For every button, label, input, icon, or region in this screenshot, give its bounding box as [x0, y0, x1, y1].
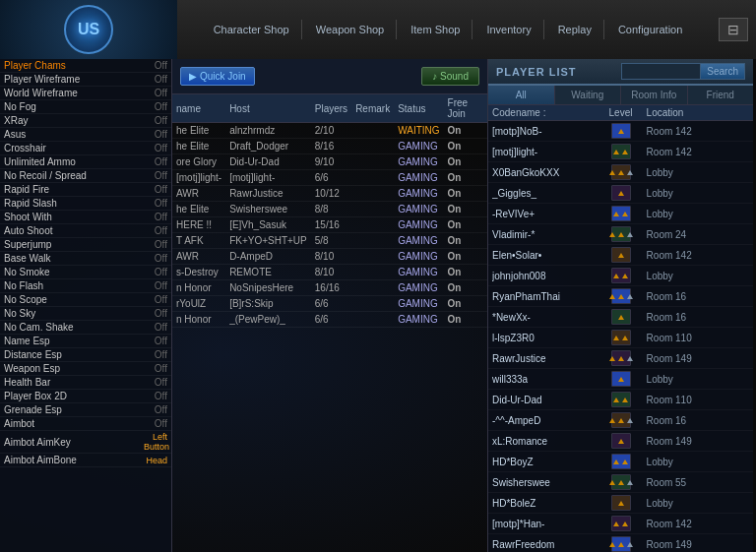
- hack-weapon-esp[interactable]: Weapon Esp Off: [0, 362, 171, 376]
- quick-join-button[interactable]: ▶ Quick Join: [180, 67, 255, 86]
- hack-status: Off: [144, 101, 167, 112]
- hack-no-fog[interactable]: No Fog Off: [0, 100, 171, 114]
- sound-button[interactable]: ♪ Sound: [421, 67, 479, 86]
- hack-no-cam-shake[interactable]: No Cam. Shake Off: [0, 321, 171, 335]
- tab-all[interactable]: All: [488, 86, 555, 104]
- list-item[interactable]: -ReVIVe+ Lobby: [488, 204, 753, 224]
- hack-label: No Sky: [4, 308, 144, 319]
- list-item[interactable]: RawrJustice Room 149: [488, 348, 753, 369]
- player-level: [595, 350, 646, 366]
- hack-shoot-with[interactable]: Shoot With Off: [0, 211, 171, 224]
- table-row[interactable]: AWR RawrJustice 10/12 GAMING On: [172, 186, 487, 202]
- hack-label: Shoot With: [4, 212, 144, 222]
- player-list-scroll[interactable]: [motp]NoB- Room 142 [motj]light- Room 14…: [488, 121, 753, 552]
- col-remark: Remark: [351, 94, 394, 123]
- hack-no-flash[interactable]: No Flash Off: [0, 279, 171, 293]
- hack-label: No Cam. Shake: [4, 322, 144, 333]
- hack-no-smoke[interactable]: No Smoke Off: [0, 266, 171, 279]
- list-item[interactable]: _Giggles_ Lobby: [488, 183, 753, 204]
- table-row[interactable]: AWR D-AmpeD 8/10 GAMING On: [172, 249, 487, 265]
- logo: US: [64, 5, 113, 54]
- hack-xray[interactable]: XRay Off: [0, 114, 171, 128]
- hack-aimbot-aimkey[interactable]: Aimbot AimKey Left Button: [0, 431, 171, 454]
- nav-configuration[interactable]: Configuration: [606, 20, 694, 39]
- list-item[interactable]: xL:Romance Room 149: [488, 431, 753, 452]
- list-item[interactable]: Swisherswee Room 55: [488, 472, 753, 493]
- list-item[interactable]: [motp]NoB- Room 142: [488, 121, 753, 142]
- hack-no-scope[interactable]: No Scope Off: [0, 293, 171, 307]
- list-item[interactable]: *NewXx- Room 16: [488, 307, 753, 328]
- hack-health-bar[interactable]: Health Bar Off: [0, 376, 171, 390]
- hack-grenade-esp[interactable]: Grenade Esp Off: [0, 403, 171, 417]
- hack-base-walk[interactable]: Base Walk Off: [0, 252, 171, 266]
- search-box: Search: [621, 63, 745, 80]
- room-free-join: On: [444, 217, 487, 233]
- hack-player-wireframe[interactable]: Player Wireframe Off: [0, 73, 171, 87]
- hack-no-recoil[interactable]: No Recoil / Spread Off: [0, 169, 171, 183]
- tab-friend[interactable]: Friend: [688, 86, 754, 104]
- list-item[interactable]: Elen•Solar• Room 142: [488, 245, 753, 266]
- nav-character-shop[interactable]: Character Shop: [202, 20, 302, 39]
- table-row[interactable]: rYoUlZ [B]rS:Skip 6/6 GAMING On: [172, 296, 487, 312]
- hack-crosshair[interactable]: Crosshair Off: [0, 142, 171, 155]
- hack-rapid-fire[interactable]: Rapid Fire Off: [0, 183, 171, 197]
- nav-weapon-shop[interactable]: Weapon Shop: [304, 20, 398, 39]
- list-item[interactable]: [motp]*Han- Room 142: [488, 514, 753, 534]
- hack-superjump[interactable]: Superjump Off: [0, 238, 171, 252]
- search-input[interactable]: [621, 63, 700, 80]
- player-codename: Did-Ur-Dad: [492, 395, 595, 405]
- list-item[interactable]: Vladimir-* Room 24: [488, 224, 753, 245]
- hack-player-chams[interactable]: Player Chams Off: [0, 59, 171, 73]
- tab-waiting[interactable]: Waiting: [555, 86, 622, 104]
- main-area: Player Chams Off Player Wireframe Off Wo…: [0, 59, 756, 552]
- hack-aimbot[interactable]: Aimbot Off: [0, 417, 171, 431]
- room-list-scroll[interactable]: name Host Players Remark Status Free Joi…: [172, 94, 487, 552]
- nav-inventory[interactable]: Inventory: [474, 20, 543, 39]
- table-row[interactable]: T AFK FK+YO+SHT+UP 5/8 GAMING On: [172, 233, 487, 249]
- tab-room-info[interactable]: Room Info: [621, 86, 688, 104]
- table-row[interactable]: n Honor _(PewPew)_ 6/6 GAMING On: [172, 312, 487, 328]
- hack-label: Health Bar: [4, 377, 144, 388]
- hack-rapid-slash[interactable]: Rapid Slash Off: [0, 197, 171, 211]
- table-row[interactable]: ore Glory Did-Ur-Dad 9/10 GAMING On: [172, 154, 487, 170]
- nav-replay[interactable]: Replay: [546, 20, 604, 39]
- nav-item-shop[interactable]: Item Shop: [399, 20, 472, 39]
- list-item[interactable]: -^^-AmpeD Room 16: [488, 410, 753, 431]
- player-level: [595, 371, 646, 387]
- table-row[interactable]: HERE !! [E]Vh_Sasuk 15/16 GAMING On: [172, 217, 487, 233]
- list-item[interactable]: [motj]light- Room 142: [488, 142, 753, 162]
- hack-distance-esp[interactable]: Distance Esp Off: [0, 348, 171, 362]
- table-row[interactable]: he Elite alnzhrmdz 2/10 WAITING On: [172, 123, 487, 139]
- window-button[interactable]: ⊟: [719, 18, 748, 41]
- col-host: Host: [225, 94, 311, 123]
- room-free-join: On: [444, 249, 487, 265]
- player-level: [595, 536, 646, 552]
- hack-name-esp[interactable]: Name Esp Off: [0, 335, 171, 348]
- list-item[interactable]: HD*BoyZ Lobby: [488, 452, 753, 472]
- room-players: 5/8: [311, 233, 351, 249]
- hack-auto-shoot[interactable]: Auto Shoot Off: [0, 224, 171, 238]
- table-row[interactable]: n Honor NoSnipesHere 16/16 GAMING On: [172, 280, 487, 296]
- table-row[interactable]: he Elite Draft_Dodger 8/16 GAMING On: [172, 139, 487, 154]
- list-item[interactable]: johnjohn008 Lobby: [488, 266, 753, 286]
- list-item[interactable]: RawrFreedom Room 149: [488, 534, 753, 552]
- list-item[interactable]: RyanPhamThai Room 16: [488, 286, 753, 307]
- hack-world-wireframe[interactable]: World Wireframe Off: [0, 87, 171, 100]
- hack-aimbot-aimbone[interactable]: Aimbot AimBone Head: [0, 454, 171, 467]
- room-name: T AFK: [172, 233, 225, 249]
- table-row[interactable]: he Elite Swisherswee 8/8 GAMING On: [172, 202, 487, 217]
- hack-label: World Wireframe: [4, 88, 144, 98]
- hack-player-box-2d[interactable]: Player Box 2D Off: [0, 390, 171, 403]
- list-item[interactable]: X0BanGkoKXX Lobby: [488, 162, 753, 183]
- table-row[interactable]: [motj]light- [motj]light- 6/6 GAMING On: [172, 170, 487, 186]
- player-location: Room 110: [647, 333, 749, 343]
- hack-unlimited-ammo[interactable]: Unlimited Ammo Off: [0, 155, 171, 169]
- hack-no-sky[interactable]: No Sky Off: [0, 307, 171, 321]
- table-row[interactable]: s-Destroy REMOTE 8/10 GAMING On: [172, 265, 487, 280]
- hack-asus[interactable]: Asus Off: [0, 128, 171, 142]
- list-item[interactable]: will333a Lobby: [488, 369, 753, 390]
- list-item[interactable]: Did-Ur-Dad Room 110: [488, 390, 753, 410]
- list-item[interactable]: HD*BoleZ Lobby: [488, 493, 753, 514]
- list-item[interactable]: l-lspZ3R0 Room 110: [488, 328, 753, 348]
- search-button[interactable]: Search: [700, 63, 745, 80]
